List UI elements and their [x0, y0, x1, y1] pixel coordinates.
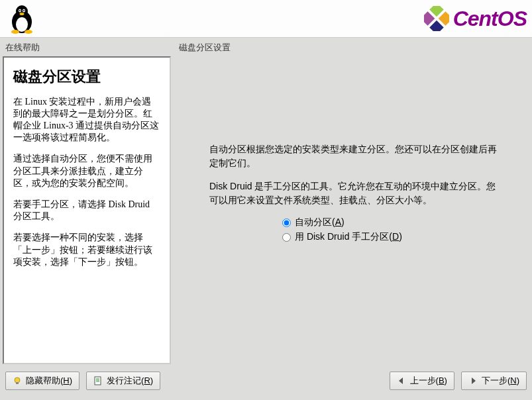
partition-radio-group: 自动分区(A) 用 Disk Druid 手工分区(D): [282, 217, 504, 243]
help-content: 磁盘分区设置 在 Linux 安装过程中，新用户会遇到的最大障碍之一是划分分区。…: [3, 56, 171, 364]
svg-point-6: [23, 10, 25, 11]
svg-point-7: [20, 13, 25, 15]
help-title: 磁盘分区设置: [13, 67, 160, 87]
svg-point-14: [15, 377, 20, 383]
svg-rect-12: [424, 11, 435, 25]
help-paragraph: 若要选择一种不同的安装，选择「上一步」按钮；若要继续进行该项安装，选择「下一步」…: [13, 232, 160, 268]
document-icon: [93, 376, 103, 385]
brand: CentOS: [424, 6, 527, 31]
svg-point-2: [16, 5, 28, 17]
hide-help-button[interactable]: 隐藏帮助(H): [5, 372, 80, 390]
light-bulb-icon: [13, 376, 22, 385]
svg-point-5: [19, 10, 21, 11]
title-bar: CentOS: [0, 0, 532, 38]
brand-text: CentOS: [453, 7, 527, 31]
release-notes-label: 发行注记(R): [107, 375, 153, 387]
back-label: 上一步(B): [410, 375, 447, 387]
arrow-left-icon: [397, 376, 406, 385]
penguin-logo-icon: [5, 2, 38, 35]
help-paragraph: 通过选择自动分区，您便不需使用分区工具来分派挂载点，建立分区，或为您的安装分配空…: [13, 153, 160, 189]
centos-logo-icon: [424, 6, 449, 31]
radio-auto-label: 自动分区(A): [295, 217, 345, 228]
radio-manual-label: 用 Disk Druid 手工分区(D): [295, 231, 402, 243]
hide-help-label: 隐藏帮助(H): [26, 375, 72, 387]
help-panel: 在线帮助 磁盘分区设置 在 Linux 安装过程中，新用户会遇到的最大障碍之一是…: [3, 40, 171, 364]
help-label: 在线帮助: [3, 40, 171, 56]
radio-manual-partition[interactable]: 用 Disk Druid 手工分区(D): [282, 231, 504, 243]
svg-point-9: [25, 30, 32, 34]
info-text-1: 自动分区根据您选定的安装类型来建立分区。您还可以在分区创建后再定制它们。: [209, 142, 504, 170]
main-panel: 磁盘分区设置 自动分区根据您选定的安装类型来建立分区。您还可以在分区创建后再定制…: [176, 40, 529, 364]
radio-manual-input[interactable]: [282, 233, 291, 242]
next-button[interactable]: 下一步(N): [461, 372, 527, 390]
radio-auto-input[interactable]: [282, 219, 291, 227]
svg-point-1: [16, 17, 28, 32]
svg-rect-16: [95, 377, 101, 385]
svg-rect-13: [429, 21, 443, 31]
arrow-right-icon: [468, 376, 478, 385]
help-paragraph: 若要手工分区，请选择 Disk Druid 分区工具。: [13, 199, 160, 223]
main-label: 磁盘分区设置: [176, 40, 524, 56]
help-paragraph: 在 Linux 安装过程中，新用户会遇到的最大障碍之一是划分分区。红帽企业 Li…: [13, 96, 160, 144]
release-notes-button[interactable]: 发行注记(R): [86, 372, 160, 390]
svg-rect-15: [16, 382, 19, 384]
radio-auto-partition[interactable]: 自动分区(A): [282, 217, 504, 228]
next-label: 下一步(N): [482, 375, 519, 387]
info-text-2: Disk Druid 是手工分区的工具。它允许您在互动的环境中建立分区。您可以用…: [209, 179, 504, 207]
footer: 隐藏帮助(H) 发行注记(R) 上一步(B) 下一步(N): [0, 367, 532, 395]
svg-rect-11: [438, 11, 449, 25]
svg-point-8: [11, 30, 19, 34]
svg-rect-10: [429, 6, 443, 17]
back-button[interactable]: 上一步(B): [390, 372, 454, 390]
